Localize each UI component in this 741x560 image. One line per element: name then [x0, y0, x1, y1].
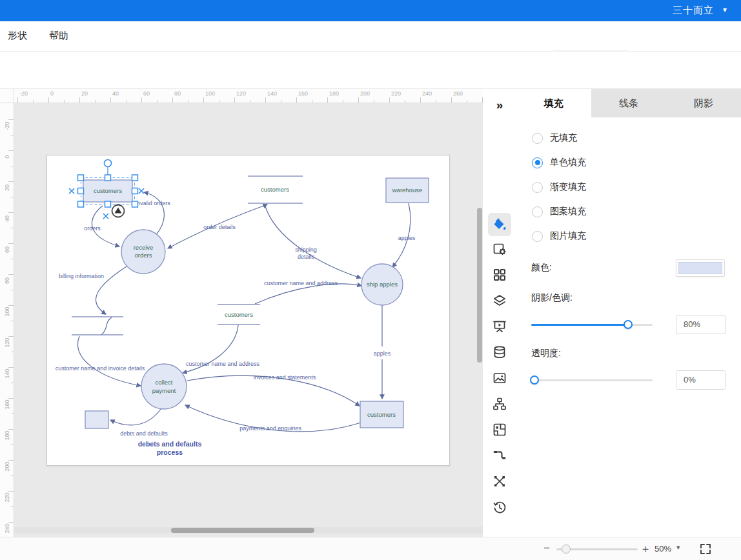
label-warehouse: warehouse	[392, 186, 422, 194]
label-orders: orders	[135, 252, 152, 259]
right-icon-strip: »	[483, 89, 516, 537]
paint-bucket-icon	[492, 217, 507, 232]
v-ruler-label: -20	[4, 119, 10, 132]
fill-option-row[interactable]: 单色填充	[532, 155, 586, 170]
zoom-level[interactable]: 50%	[655, 544, 671, 554]
menu-help[interactable]: 帮助	[49, 30, 68, 42]
label-receive: receive	[134, 244, 154, 251]
opacity-value-input[interactable]: 0%	[676, 370, 726, 390]
smart-connect-button[interactable]	[492, 474, 507, 489]
connector-style-button[interactable]	[492, 448, 507, 463]
zoom-slider-handle[interactable]	[562, 545, 571, 554]
canvas[interactable]: customers customers warehouse receive or…	[14, 103, 483, 537]
zoom-out-button[interactable]: −	[541, 543, 553, 554]
fill-option-row[interactable]: 渐变填充	[532, 179, 586, 195]
h-ruler-label: 40	[112, 90, 119, 97]
label-customers-selected: customers	[94, 187, 122, 194]
radio-icon[interactable]	[532, 206, 543, 217]
history-button[interactable]	[492, 499, 507, 515]
edge-label-apples-bottom: apples	[374, 350, 391, 357]
edge-label-cn-invoice: customer name and invoice details	[56, 365, 145, 372]
symbol-library-button[interactable]	[492, 267, 507, 283]
fill-option-label: 渐变填充	[550, 181, 586, 193]
presentation-board-icon	[492, 319, 507, 334]
layers-button[interactable]	[492, 293, 507, 308]
tab-fill[interactable]: 填充	[516, 89, 591, 117]
vertical-scrollbar-thumb[interactable]	[477, 208, 482, 363]
org-chart-button[interactable]	[492, 396, 507, 412]
image-button[interactable]	[492, 370, 507, 386]
edge-label-apples-top: apples	[398, 235, 416, 241]
tab-shadow[interactable]: 阴影	[666, 89, 741, 117]
shade-slider-handle[interactable]	[624, 320, 633, 329]
edge-debts-defaults[interactable]	[110, 408, 161, 425]
radio-icon[interactable]	[532, 231, 543, 242]
edge-invalid-orders[interactable]	[144, 192, 164, 235]
shade-slider[interactable]	[531, 320, 653, 329]
shade-slider-fill	[531, 324, 628, 326]
v-ruler-label: 80	[4, 274, 10, 287]
fullscreen-button[interactable]	[699, 543, 712, 555]
properties-panel: 填充 线条 阴影 无填充单色填充渐变填充图案填充图片填充 颜色: 阴影/色调: …	[516, 89, 741, 537]
dataflow-diagram: customers customers warehouse receive or…	[47, 155, 451, 466]
toolbar: 微软雅黑 ▾ 12 ▾ B I U A T ▾ T ▾	[0, 52, 741, 89]
account-name[interactable]: 三十而立	[673, 5, 714, 17]
data-button[interactable]	[492, 345, 507, 360]
zoom-in-button[interactable]: ＋	[640, 543, 651, 554]
rotate-handle[interactable]	[105, 160, 112, 167]
fill-option-row[interactable]: 图案填充	[532, 204, 586, 219]
fill-tool-button[interactable]	[492, 217, 507, 232]
titlebar: 三十而立 ▾	[0, 0, 741, 21]
h-ruler-label: 260	[453, 90, 463, 97]
h-ruler-label: 140	[267, 90, 277, 97]
v-ruler-label: 240	[4, 522, 10, 535]
color-swatch-inner	[678, 262, 722, 274]
edge-label-details: details	[298, 254, 315, 260]
horizontal-scrollbar-thumb[interactable]	[171, 528, 314, 533]
label-payment: payment	[152, 387, 176, 394]
fill-option-row[interactable]: 图片填充	[532, 228, 586, 244]
radio-icon[interactable]	[532, 182, 543, 193]
edge-customer-name-address-mid[interactable]	[255, 284, 361, 304]
menu-shapes[interactable]: 形状	[8, 30, 27, 42]
v-ruler-label: 0	[4, 150, 10, 163]
fullscreen-icon	[699, 543, 712, 555]
fill-option-label: 单色填充	[550, 157, 586, 168]
radio-icon[interactable]	[532, 133, 543, 144]
shade-value-input[interactable]: 80%	[676, 315, 726, 334]
edge-shipping-details[interactable]	[265, 205, 361, 278]
h-ruler-label: 60	[143, 90, 150, 97]
edge-label-billing: billing information	[59, 273, 104, 279]
document-page[interactable]: customers customers warehouse receive or…	[46, 155, 450, 466]
collapse-panel-button[interactable]: »	[492, 97, 507, 113]
v-ruler-label: 120	[4, 336, 10, 349]
opacity-slider-track[interactable]	[531, 379, 653, 381]
node-empty-rect[interactable]	[85, 411, 108, 428]
h-ruler-label: 100	[205, 90, 215, 97]
image-icon	[492, 370, 507, 386]
v-ruler-label: 100	[4, 305, 10, 318]
org-chart-icon	[492, 396, 507, 412]
radio-icon[interactable]	[532, 157, 543, 168]
edge-datastore-link[interactable]	[101, 317, 112, 335]
h-ruler-label: 80	[174, 90, 181, 97]
node-collect-payment[interactable]	[141, 364, 187, 409]
fill-option-row[interactable]: 无填充	[532, 130, 577, 146]
presentation-button[interactable]	[492, 319, 507, 334]
tab-line[interactable]: 线条	[591, 89, 666, 117]
opacity-slider[interactable]	[531, 375, 653, 385]
page-setup-button[interactable]	[492, 241, 507, 257]
fill-option-label: 图案填充	[550, 206, 586, 217]
edge-customer-name-invoice[interactable]	[78, 336, 141, 386]
color-picker[interactable]	[676, 259, 725, 277]
opacity-slider-handle[interactable]	[530, 375, 539, 385]
h-ruler-label: 0	[50, 90, 54, 97]
ruler-vertical: -20020406080100120140160180200220240	[0, 103, 14, 537]
account-caret-icon[interactable]: ▾	[723, 5, 727, 14]
edge-label-order-details: order details	[203, 224, 236, 230]
color-label: 颜色:	[531, 262, 552, 274]
menubar: 形状 帮助 演示	[0, 21, 741, 52]
floor-plan-button[interactable]	[492, 422, 507, 437]
zoom-caret-icon[interactable]: ▾	[676, 543, 680, 552]
ruler-horizontal: -200204060801001201401601802002202402602…	[14, 89, 483, 103]
